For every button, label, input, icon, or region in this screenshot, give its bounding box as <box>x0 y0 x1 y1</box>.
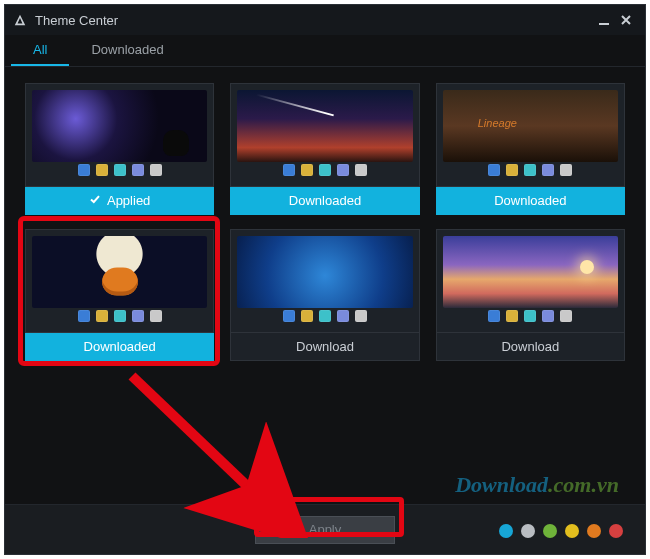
check-icon <box>89 193 101 208</box>
theme-card[interactable]: Downloaded <box>230 83 419 215</box>
theme-grid-area: Applied Downloaded Downloaded <box>5 67 645 504</box>
tab-downloaded[interactable]: Downloaded <box>69 35 185 66</box>
tab-all[interactable]: All <box>11 35 69 66</box>
theme-center-window: Theme Center All Downloaded Applied <box>4 4 646 555</box>
theme-card[interactable]: Download <box>230 229 419 361</box>
apply-button[interactable]: Apply <box>255 516 395 544</box>
color-dots <box>499 524 623 538</box>
theme-icon <box>13 13 27 27</box>
theme-status-label: Downloaded <box>436 187 625 215</box>
theme-thumbnail <box>230 229 419 333</box>
theme-thumbnail <box>436 83 625 187</box>
window-title: Theme Center <box>35 13 593 28</box>
minimize-button[interactable] <box>593 9 615 31</box>
titlebar: Theme Center <box>5 5 645 35</box>
theme-card[interactable]: Applied <box>25 83 214 215</box>
theme-card[interactable]: Downloaded <box>436 83 625 215</box>
theme-status-label: Download <box>230 333 419 361</box>
theme-card[interactable]: Download <box>436 229 625 361</box>
theme-card[interactable]: Downloaded <box>25 229 214 361</box>
theme-status-label: Download <box>436 333 625 361</box>
theme-thumbnail <box>25 229 214 333</box>
theme-thumbnail <box>436 229 625 333</box>
tabs: All Downloaded <box>5 35 645 67</box>
theme-thumbnail <box>25 83 214 187</box>
svg-rect-0 <box>599 23 609 25</box>
theme-thumbnail <box>230 83 419 187</box>
close-button[interactable] <box>615 9 637 31</box>
theme-status-label: Downloaded <box>230 187 419 215</box>
watermark: Download.com.vn <box>455 472 619 498</box>
theme-status-label: Downloaded <box>25 333 214 361</box>
theme-status-label: Applied <box>25 187 214 215</box>
